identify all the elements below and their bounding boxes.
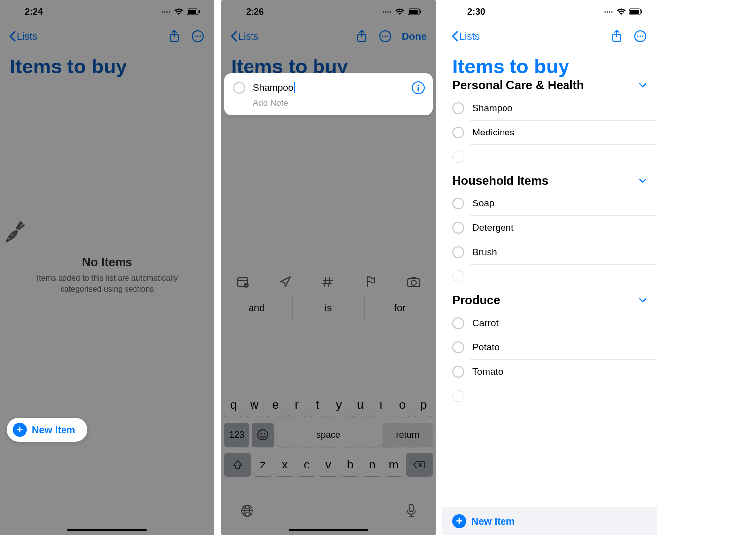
hashtag-icon[interactable] xyxy=(321,275,334,288)
list-item[interactable]: Detergent xyxy=(442,216,657,240)
list-item-placeholder[interactable] xyxy=(442,145,657,169)
status-indicators: •••• xyxy=(604,8,643,15)
plus-circle-icon: + xyxy=(452,514,466,528)
svg-rect-36 xyxy=(630,10,639,14)
wifi-icon xyxy=(174,8,184,15)
list-item[interactable]: Potato xyxy=(442,335,657,359)
item-checkbox[interactable] xyxy=(452,317,464,329)
share-button[interactable] xyxy=(354,29,369,44)
share-button[interactable] xyxy=(609,29,624,44)
key-v[interactable]: v xyxy=(319,453,338,476)
key-r[interactable]: r xyxy=(288,393,306,417)
more-button[interactable] xyxy=(190,29,205,44)
item-checkbox[interactable] xyxy=(452,222,464,234)
home-indicator[interactable] xyxy=(67,529,147,531)
space-key[interactable]: space xyxy=(277,423,380,447)
key-b[interactable]: b xyxy=(341,453,360,476)
chevron-left-icon xyxy=(9,31,16,42)
predictive-word[interactable]: for xyxy=(365,295,436,321)
battery-icon xyxy=(408,8,422,15)
item-entry-card: Shampoo Add Note xyxy=(224,73,433,115)
item-checkbox[interactable] xyxy=(452,102,464,114)
svg-point-25 xyxy=(411,280,416,285)
chevron-down-icon xyxy=(639,298,647,303)
list-item[interactable]: Shampoo xyxy=(442,96,657,120)
mic-icon[interactable] xyxy=(406,503,417,518)
predictive-word[interactable]: is xyxy=(293,295,364,321)
key-y[interactable]: y xyxy=(330,393,348,417)
return-key[interactable]: return xyxy=(383,423,433,447)
item-checkbox[interactable] xyxy=(233,82,245,94)
item-checkbox[interactable] xyxy=(452,127,464,138)
key-n[interactable]: n xyxy=(363,453,381,476)
more-button[interactable] xyxy=(378,29,393,44)
list-item-placeholder[interactable] xyxy=(442,384,657,408)
item-text-input[interactable]: Shampoo xyxy=(253,82,404,93)
list-item[interactable]: Soap xyxy=(442,192,657,215)
predictive-word[interactable]: and xyxy=(221,295,293,321)
new-item-label: New Item xyxy=(32,424,75,436)
new-item-label: New Item xyxy=(471,516,515,527)
key-i[interactable]: i xyxy=(372,393,390,417)
key-w[interactable]: w xyxy=(246,393,264,417)
globe-icon[interactable] xyxy=(240,504,254,518)
done-button[interactable]: Done xyxy=(402,31,427,42)
keyboard-toolbar: + xyxy=(221,269,436,295)
key-p[interactable]: p xyxy=(414,393,433,417)
svg-point-42 xyxy=(642,36,644,37)
info-button[interactable] xyxy=(412,81,425,94)
key-e[interactable]: e xyxy=(266,393,285,417)
back-label: Lists xyxy=(238,31,258,42)
list-item[interactable]: Tomato xyxy=(442,360,657,384)
svg-point-26 xyxy=(258,430,268,440)
item-checkbox-placeholder xyxy=(452,270,464,282)
new-item-button[interactable]: + New Item xyxy=(7,418,87,442)
item-checkbox[interactable] xyxy=(452,198,464,209)
item-checkbox[interactable] xyxy=(452,246,464,258)
list-item[interactable]: Carrot xyxy=(442,311,657,335)
svg-point-16 xyxy=(385,36,386,37)
list-body[interactable]: Personal Care & HealthShampooMedicinesHo… xyxy=(442,78,657,509)
back-button[interactable]: Lists xyxy=(451,31,480,42)
key-x[interactable]: x xyxy=(275,453,294,476)
more-button[interactable] xyxy=(633,29,648,44)
item-checkbox[interactable] xyxy=(452,341,464,353)
flag-icon[interactable] xyxy=(364,275,377,288)
back-label: Lists xyxy=(459,31,480,42)
key-q[interactable]: q xyxy=(224,393,243,417)
battery-icon xyxy=(629,8,643,15)
back-button[interactable]: Lists xyxy=(9,31,37,42)
section-title: Household Items xyxy=(452,174,548,188)
key-z[interactable]: z xyxy=(253,453,272,476)
list-item[interactable]: Brush xyxy=(442,240,657,264)
list-item-placeholder[interactable] xyxy=(442,265,657,288)
item-checkbox[interactable] xyxy=(452,366,464,378)
key-o[interactable]: o xyxy=(393,393,412,417)
backspace-key[interactable] xyxy=(406,453,433,476)
section-header[interactable]: Produce xyxy=(442,288,657,311)
key-c[interactable]: c xyxy=(297,453,316,476)
status-time: 2:30 xyxy=(456,7,485,17)
shift-key[interactable] xyxy=(224,453,251,476)
location-icon[interactable] xyxy=(279,275,292,288)
key-u[interactable]: u xyxy=(351,393,370,417)
new-item-button[interactable]: + New Item xyxy=(442,507,657,535)
camera-icon[interactable] xyxy=(407,276,421,288)
key-m[interactable]: m xyxy=(384,453,403,476)
svg-rect-19 xyxy=(418,87,419,91)
section-header[interactable]: Personal Care & Health xyxy=(442,78,657,96)
status-bar: 2:24 •••• xyxy=(0,0,214,24)
home-indicator[interactable] xyxy=(289,529,368,531)
chevron-left-icon xyxy=(451,31,458,42)
section-header[interactable]: Household Items xyxy=(442,169,657,192)
key-t[interactable]: t xyxy=(309,393,327,417)
list-item[interactable]: Medicines xyxy=(442,121,657,144)
add-note-field[interactable]: Add Note xyxy=(253,98,425,108)
status-bar: 2:26 •••• xyxy=(221,0,436,24)
svg-point-5 xyxy=(195,36,196,37)
calendar-icon[interactable]: + xyxy=(236,275,249,288)
share-button[interactable] xyxy=(167,29,182,44)
numeric-key[interactable]: 123 xyxy=(224,423,249,447)
emoji-key[interactable] xyxy=(252,423,274,447)
back-button[interactable]: Lists xyxy=(230,31,258,42)
